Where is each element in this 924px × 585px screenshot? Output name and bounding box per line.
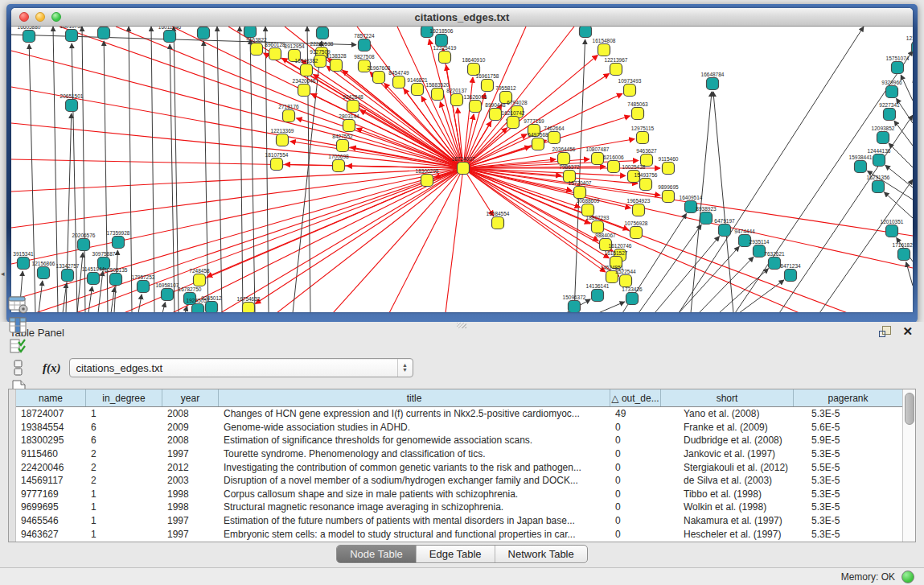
graph-node[interactable] (884, 109, 896, 121)
vertical-scrollbar[interactable] (902, 389, 915, 542)
graph-node[interactable] (632, 108, 644, 120)
graph-node[interactable] (251, 43, 263, 56)
table-row[interactable]: 977716911998Corpus callosum shape and si… (16, 488, 902, 501)
graph-node[interactable] (785, 270, 797, 282)
graph-node[interactable] (66, 100, 78, 112)
graph-node[interactable] (23, 31, 35, 43)
graph-node[interactable] (624, 84, 636, 97)
graph-node[interactable] (277, 134, 289, 146)
graph-node[interactable] (637, 132, 649, 144)
graph-node[interactable] (855, 161, 867, 173)
graph-node[interactable] (337, 140, 349, 152)
graph-node[interactable] (393, 76, 405, 89)
graph-node[interactable] (194, 274, 206, 286)
graph-node[interactable] (592, 290, 604, 302)
table-settings-icon[interactable] (8, 295, 29, 315)
column-header-in_degree[interactable]: in_degree (86, 389, 162, 406)
graph-node[interactable] (317, 27, 329, 39)
graph-node[interactable] (206, 302, 218, 313)
graph-node[interactable] (66, 30, 78, 42)
graph-node[interactable] (877, 132, 889, 144)
graph-node[interactable] (626, 293, 639, 305)
graph-node[interactable] (110, 274, 122, 286)
graph-node[interactable] (482, 80, 494, 92)
graph-node[interactable] (532, 138, 544, 150)
tab-network-table[interactable]: Network Table (495, 546, 587, 562)
graph-node[interactable] (333, 160, 345, 172)
table-row[interactable]: 1456911722003Disruption of a novel membe… (16, 474, 902, 488)
graph-node[interactable] (548, 132, 561, 144)
graph-node[interactable] (271, 159, 283, 171)
graph-node[interactable] (18, 257, 30, 270)
graph-node[interactable] (359, 39, 371, 51)
graph-node[interactable] (458, 163, 470, 175)
graph-node[interactable] (439, 51, 451, 64)
graph-node[interactable] (598, 44, 610, 56)
graph-node[interactable] (78, 239, 90, 251)
graph-node[interactable] (707, 78, 719, 90)
graph-node[interactable] (592, 153, 604, 165)
panel-resize-grip[interactable] (457, 323, 466, 328)
graph-node[interactable] (492, 217, 504, 229)
table-row[interactable]: 1830029562008Estimation of significance … (16, 434, 902, 447)
graph-node[interactable] (620, 275, 632, 287)
graph-node[interactable] (898, 249, 910, 261)
graph-node[interactable] (192, 304, 204, 313)
graph-node[interactable] (301, 64, 313, 76)
graph-node[interactable] (719, 225, 731, 237)
close-window-icon[interactable] (19, 12, 29, 22)
graph-node[interactable] (580, 27, 592, 38)
graph-node[interactable] (886, 225, 898, 237)
graph-node[interactable] (558, 153, 570, 165)
table-row[interactable]: 1938455462009Genome-wide association stu… (16, 421, 902, 435)
column-header-title[interactable]: title (219, 389, 610, 406)
network-graph[interactable]: 1872400718300295916382289601288912954222… (11, 27, 913, 312)
graph-node[interactable] (873, 181, 885, 193)
table-row[interactable]: 946554611997Estimation of the future num… (16, 514, 902, 528)
graph-node[interactable] (754, 245, 766, 257)
graph-node[interactable] (113, 237, 125, 249)
table-selector-dropdown[interactable]: citations_edges.txt ▲▼ (69, 358, 413, 377)
tab-node-table[interactable]: Node Table (337, 546, 417, 562)
graph-node[interactable] (88, 273, 100, 285)
graph-node[interactable] (269, 48, 281, 60)
graph-node[interactable] (451, 94, 463, 106)
table-row[interactable]: 911546021997Tourette syndrome. Phenomeno… (16, 447, 902, 461)
graph-node[interactable] (62, 270, 74, 282)
float-panel-icon[interactable] (879, 326, 891, 337)
graph-node[interactable] (138, 281, 150, 293)
graph-node[interactable] (608, 161, 620, 173)
graph-node[interactable] (331, 60, 343, 72)
graph-node[interactable] (912, 42, 914, 54)
table-check-icon[interactable] (8, 336, 29, 357)
table-row[interactable]: 2242004622012Investigating the contribut… (16, 460, 902, 474)
table-row[interactable]: 1872400712008Changes of HCN gene express… (16, 407, 902, 421)
graph-node[interactable] (421, 175, 433, 187)
graph-node[interactable] (283, 110, 295, 122)
graph-node[interactable] (436, 35, 448, 47)
graph-node[interactable] (38, 267, 50, 279)
graph-node[interactable] (663, 191, 675, 203)
graph-node[interactable] (164, 31, 176, 43)
function-builder-icon[interactable]: f(x) (43, 361, 61, 375)
network-canvas[interactable]: 1872400718300295916382289601288912954222… (11, 27, 913, 312)
graph-node[interactable] (507, 117, 519, 129)
close-panel-icon[interactable]: ✕ (902, 326, 913, 337)
graph-node[interactable] (769, 257, 781, 270)
panel-collapse-handle-icon[interactable]: ◂ (1, 270, 5, 278)
graph-node[interactable] (574, 187, 586, 199)
graph-node[interactable] (432, 89, 444, 101)
graph-node[interactable] (347, 101, 359, 113)
graph-node[interactable] (412, 84, 424, 96)
minimize-window-icon[interactable] (35, 12, 45, 22)
tab-edge-table[interactable]: Edge Table (417, 546, 495, 562)
graph-node[interactable] (373, 72, 385, 84)
graph-node[interactable] (198, 27, 210, 39)
graph-node[interactable] (630, 227, 643, 239)
table-column-icon[interactable] (8, 315, 29, 336)
cell-pair-icon[interactable] (8, 357, 29, 378)
graph-node[interactable] (244, 27, 257, 38)
graph-node[interactable] (243, 303, 255, 313)
graph-node[interactable] (470, 101, 482, 113)
graph-node[interactable] (892, 62, 904, 74)
